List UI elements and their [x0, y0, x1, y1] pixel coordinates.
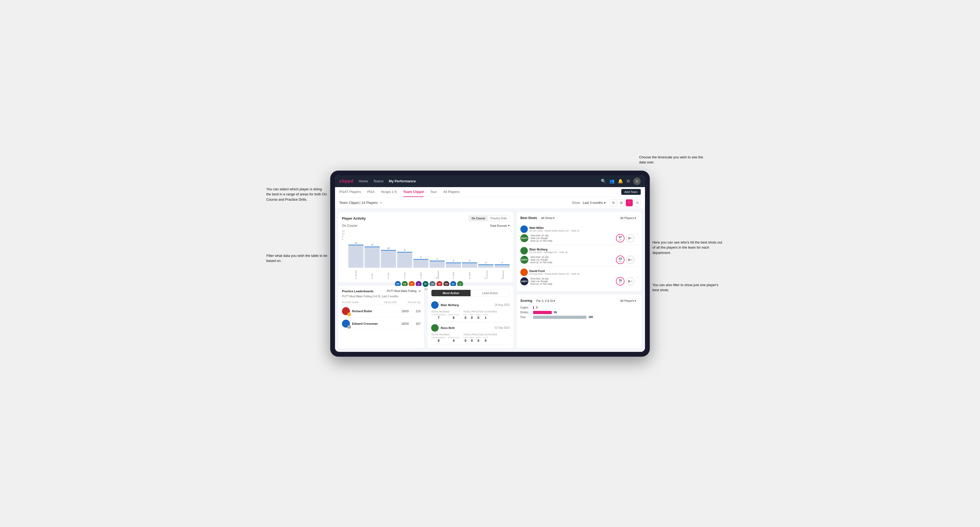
lb-score-2: 18/20: [400, 322, 410, 325]
player-activity-header: Player Activity On Course Practice Drill…: [342, 216, 510, 221]
shot-avatar-3: [520, 268, 528, 276]
pars-bar: [533, 316, 586, 319]
player-activity-card: Player Activity On Course Practice Drill…: [338, 212, 514, 283]
practice-drills-toggle[interactable]: Practice Drills: [488, 216, 509, 221]
total-rounds-filter[interactable]: Total Rounds ▾: [490, 224, 510, 227]
all-players-dropdown[interactable]: All Players ▾: [618, 216, 638, 221]
col-pb-score: PB SCORE: [381, 301, 400, 304]
bar-group: 12R. Britt: [364, 243, 380, 279]
sub-nav-all-players[interactable]: All Players: [443, 187, 460, 197]
par-filter-dropdown[interactable]: Par 3, 4 & 5s ▾: [535, 298, 557, 303]
scoring-all-players-chevron: ▾: [635, 299, 636, 303]
right-panel: Best Shots All Shots ▾ All Players ▾: [517, 212, 642, 349]
scoring-row-birdies: Birdies 96: [520, 311, 638, 314]
lb-row-1: 1 Richard Butler 19/20 110: [342, 305, 420, 317]
lb-avatar-2: 2: [342, 320, 350, 328]
active-player-header-1: Blair McHarg 26 Aug 2023: [431, 301, 510, 309]
activities-sub-row-1: GTT 0 APP 0: [463, 314, 497, 320]
shot-card-1[interactable]: Matt Miller 09 Jun 2023 · Royal North De…: [520, 223, 638, 245]
sub-nav-tour[interactable]: Tour: [430, 187, 437, 197]
grid-view-btn[interactable]: ⊞: [610, 199, 617, 206]
active-player-header-2: Rees Britt 02 Sep 2023: [431, 324, 510, 332]
stat-zero-2: 0yds: [626, 256, 635, 264]
people-icon[interactable]: 👥: [609, 179, 615, 184]
leaderboard-filter-label: PUTT Must Make Putting...: [387, 290, 418, 292]
par-filter-label: Par 3, 4 & 5s: [536, 299, 554, 302]
best-shots-card: Best Shots All Shots ▾ All Players ▾: [517, 212, 642, 291]
active-date-2: 02 Sep 2023: [495, 326, 510, 329]
stat-dist-2: 43 yds: [616, 256, 625, 264]
shot-avatar-1: [520, 225, 528, 233]
arg-stat-1: ARG 0: [476, 314, 481, 320]
on-course-label: On Course: [342, 224, 357, 227]
settings-view-btn[interactable]: ⊟: [634, 199, 641, 206]
filter-chevron: ▾: [508, 224, 510, 227]
shot-player-meta-2: 23 Jul 2023 · Ashridge GC · Hole 15: [530, 251, 568, 254]
practice-stat-2: Practice 4: [448, 337, 459, 343]
view-icons: ⊞ ▤ ♡ ⊟: [610, 199, 641, 206]
card-view-btn[interactable]: ♡: [626, 199, 633, 206]
lb-name-1: Richard Butler: [352, 310, 398, 313]
shot-player-name-2: Blair McHarg: [530, 248, 568, 251]
list-view-btn[interactable]: ▤: [618, 199, 625, 206]
settings-icon[interactable]: ⚙: [626, 179, 630, 184]
tablet-frame: clippd Home Teams My Performance 🔍 👥 🔔 ⚙…: [330, 171, 650, 357]
most-active-tab[interactable]: Most Active: [431, 290, 471, 296]
birdies-val: 96: [554, 311, 557, 314]
least-active-tab[interactable]: Least Active: [471, 290, 510, 296]
active-player-row-2: Rees Britt 02 Sep 2023 Total Rounds Tour…: [431, 322, 510, 345]
rank-badge-2: 2: [347, 325, 351, 329]
all-shots-dropdown[interactable]: All Shots ▾: [539, 216, 557, 221]
shot-details-2: Shot Dist: 43 yds Start Lie: Rough End L…: [530, 256, 552, 264]
shot-card-3[interactable]: David Ford 24 Aug 2023 · Royal North Dev…: [520, 267, 638, 288]
shot-player-meta-3: 24 Aug 2023 · Royal North Devon GC · Hol…: [530, 273, 580, 275]
shot-badge-2: 200 SG: [520, 256, 528, 264]
sub-nav-team-clippd[interactable]: Team Clippd: [403, 187, 424, 197]
scoring-row-eagles: Eagles 3: [520, 306, 638, 309]
add-team-button[interactable]: Add Team: [621, 189, 641, 195]
search-icon[interactable]: 🔍: [601, 179, 606, 184]
sub-nav-pgat[interactable]: PGAT Players: [339, 187, 361, 197]
user-avatar[interactable]: U: [633, 178, 641, 185]
bars-wrapper: 13B. McHarg12R. Britt10D. Ford9J. Coles5…: [348, 230, 510, 279]
shot-stats-2: 43 yds 0yds: [616, 256, 635, 264]
annotation-right-bottom: You can also filter to show just one pla…: [652, 283, 724, 293]
shot-player-details-2: Blair McHarg 23 Jul 2023 · Ashridge GC ·…: [530, 248, 568, 254]
shot-player-details-1: Matt Miller 09 Jun 2023 · Royal North De…: [530, 226, 579, 232]
show-label: Show: Last 3 months ▾ ⊞ ▤ ♡ ⊟: [572, 199, 641, 206]
stat-zero-1: 0yds: [626, 234, 635, 243]
scoring-row-pars: Pars 499: [520, 316, 638, 319]
annotation-left-top: You can select which player is doing the…: [266, 187, 328, 202]
edit-icon[interactable]: ✏: [380, 201, 382, 205]
leaderboard-filter-dropdown[interactable]: PUTT Must Make Putting... ▾: [387, 290, 420, 292]
eagles-val: 3: [536, 306, 538, 309]
sub-nav-hcaps[interactable]: Hcaps 1-5: [381, 187, 397, 197]
shot-card-2[interactable]: Blair McHarg 23 Jul 2023 · Ashridge GC ·…: [520, 245, 638, 267]
shot-badge-3: 198 SG: [520, 277, 528, 285]
nav-link-home[interactable]: Home: [359, 179, 368, 183]
app-stat-1: APP 0: [470, 314, 474, 320]
col-player-name: PLAYER NAME: [342, 301, 379, 304]
stat-dist-3: 16 yds: [616, 277, 625, 286]
timescale-dropdown[interactable]: Last 3 months ▾: [583, 201, 606, 205]
eagles-label: Eagles: [520, 306, 531, 309]
rounds-sub-row-1: Tournament 7 Practice 6: [431, 314, 459, 320]
practice-stat-1: Practice 6: [448, 314, 459, 320]
scoring-all-players-label: All Players: [620, 299, 634, 302]
on-course-toggle[interactable]: On Course: [469, 216, 488, 221]
nav-link-teams[interactable]: Teams: [373, 179, 383, 183]
nav-link-performance[interactable]: My Performance: [389, 179, 416, 183]
rounds-sub-row-2: Tournament 8 Practice 4: [431, 337, 459, 343]
bar-group: 4G. Billingham: [430, 258, 445, 279]
activities-sub-row-2: GTT 0 APP 0: [463, 337, 497, 343]
scoring-all-players-dropdown[interactable]: All Players ▾: [618, 298, 638, 303]
chart-subheader: On Course Total Rounds ▾: [342, 224, 510, 227]
total-rounds-group-1: Total Rounds Tournament 7 Practice: [431, 310, 459, 320]
pars-label: Pars: [520, 316, 531, 319]
team-header: Team Clippd | 14 Players ✏ Show: Last 3 …: [335, 197, 645, 209]
annotation-left-bottom: Filter what data you wish the table to b…: [266, 253, 328, 264]
bell-icon[interactable]: 🔔: [618, 179, 623, 184]
shot-details-1: Shot Dist: 67 yds Start Lie: Rough End L…: [530, 234, 552, 242]
sub-nav-pga[interactable]: PGA: [367, 187, 374, 197]
app-stat-2: APP 0: [470, 337, 474, 343]
